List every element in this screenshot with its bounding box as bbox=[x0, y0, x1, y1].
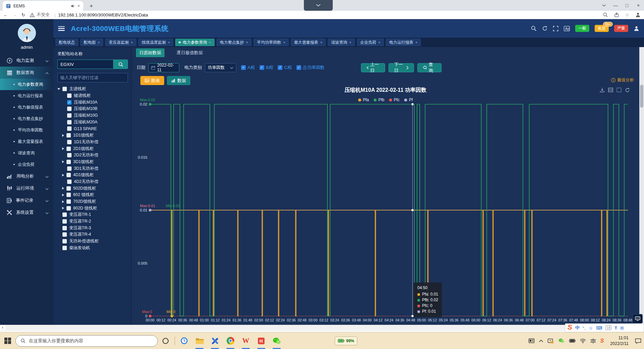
taskbar-clock[interactable]: 11:01 2022/2/11 bbox=[610, 335, 629, 346]
sidebar-item-事件记录[interactable]: 事件记录 bbox=[0, 194, 53, 206]
tab-close-icon[interactable]: × bbox=[246, 40, 248, 44]
news-icon[interactable] bbox=[528, 338, 535, 343]
avatar[interactable] bbox=[18, 24, 36, 42]
browser-menu-chevron[interactable] bbox=[598, 0, 610, 11]
vertical-scrollbar[interactable] bbox=[639, 47, 644, 325]
sidebar-item-系统设置[interactable]: 系统设置 bbox=[0, 206, 53, 219]
sidebar-item-电力监测[interactable]: 电力监测 bbox=[0, 54, 53, 67]
tab-dropdown-button[interactable] bbox=[304, 0, 333, 11]
sidebar-item-用电分析[interactable]: 用电分析 bbox=[0, 170, 53, 182]
tree-checkbox[interactable] bbox=[67, 113, 72, 118]
tree-checkbox[interactable] bbox=[66, 199, 71, 204]
expand-right-icon[interactable] bbox=[62, 194, 64, 196]
tree-checkbox[interactable] bbox=[66, 206, 71, 210]
tree-checkbox[interactable] bbox=[62, 232, 67, 237]
tree-node-2D2无功补偿[interactable]: 2D2无功补偿 bbox=[57, 152, 128, 159]
workspace-tab[interactable]: 平均功率因数× bbox=[254, 39, 288, 46]
tree-checkbox[interactable] bbox=[67, 126, 72, 131]
expand-right-icon[interactable] bbox=[62, 187, 64, 190]
tree-node-3D1馈线柜[interactable]: 3D1馈线柜 bbox=[57, 159, 128, 165]
horizontal-scrollbar[interactable]: ‹ bbox=[0, 325, 644, 330]
tree-node-变压器TR-4[interactable]: 变压器TR-4 bbox=[57, 231, 128, 238]
profile-icon[interactable] bbox=[635, 12, 641, 17]
tree-node-802D 馈线柜[interactable]: 802D 馈线柜 bbox=[57, 205, 128, 211]
new-tab-button[interactable]: + bbox=[88, 3, 95, 9]
tree-node-4D1馈线柜[interactable]: 4D1馈线柜 bbox=[57, 172, 128, 179]
taskbar-app-red-app[interactable]: H bbox=[254, 333, 269, 349]
workspace-tab[interactable]: 变压器监测× bbox=[105, 39, 136, 46]
window-minimize-button[interactable]: — bbox=[610, 0, 621, 11]
window-close-button[interactable]: × bbox=[633, 0, 644, 11]
taskbar-app-cortana-circle[interactable] bbox=[158, 333, 173, 349]
sidebar-subitem-谐波查询[interactable]: 谐波查询 bbox=[0, 147, 53, 159]
tree-node-3D1无功补偿[interactable]: 3D1无功补偿 bbox=[57, 165, 128, 172]
workspace-tab[interactable]: 企业负荷× bbox=[357, 39, 384, 46]
workspace-tab[interactable]: 线缆温度监测× bbox=[138, 39, 173, 46]
notification-icon[interactable] bbox=[635, 338, 641, 344]
ime-mode-icon[interactable]: 中 bbox=[590, 338, 596, 344]
tree-node-702D馈线柜[interactable]: 702D馈线柜 bbox=[57, 198, 128, 205]
tree-node-柴油发动机[interactable]: 柴油发动机 bbox=[57, 245, 128, 251]
url-text[interactable]: 192.168.1.100:8090/3000WEBV2/ElectricDat… bbox=[58, 12, 148, 17]
tree-checkbox[interactable] bbox=[67, 140, 72, 144]
taskbar-app-clock-app[interactable] bbox=[176, 333, 192, 349]
tree-node-1D1无功补偿[interactable]: 1D1无功补偿 bbox=[57, 139, 128, 146]
sidebar-item-数据查询[interactable]: 数据查询 bbox=[0, 67, 53, 79]
sidebar-subitem-电力整点集抄[interactable]: 电力整点集抄 bbox=[0, 113, 53, 124]
tree-node-无功补偿进线柜[interactable]: 无功补偿进线柜 bbox=[57, 238, 128, 245]
sogou-ime-bar[interactable]: S 中 °, ☺ ⌨ 18 T ⊞ bbox=[565, 323, 644, 332]
sidebar-subitem-电力参数查询[interactable]: 电力参数查询 bbox=[0, 79, 53, 90]
ime-profile-icon[interactable]: 18 bbox=[605, 325, 611, 330]
alarm-level-severe-button[interactable]: 严重 bbox=[614, 25, 628, 32]
taskbar-search[interactable]: 在这里输入你要搜索的内容 bbox=[15, 335, 158, 347]
tree-checkbox[interactable] bbox=[66, 193, 71, 197]
workspace-tab[interactable]: 电力运行报表× bbox=[386, 39, 421, 46]
workspace-tab[interactable]: 配电图× bbox=[80, 39, 103, 46]
sogou-tray-icon[interactable]: S bbox=[600, 338, 604, 344]
translate-icon[interactable]: A文 bbox=[564, 26, 570, 31]
reload-button[interactable]: ↻ bbox=[21, 12, 25, 17]
alarm-level-urgent-button[interactable]: 紧急99+ bbox=[595, 25, 609, 32]
tree-checkbox[interactable] bbox=[62, 239, 67, 243]
tree-checkbox[interactable] bbox=[67, 166, 72, 171]
share-icon[interactable] bbox=[614, 12, 619, 17]
tree-node-压缩机M10A[interactable]: ✓压缩机M10A bbox=[57, 99, 128, 106]
bookmark-star-icon[interactable]: ☆ bbox=[625, 12, 629, 17]
sidebar-subitem-电力极值报表[interactable]: 电力极值报表 bbox=[0, 102, 53, 113]
sogou-logo[interactable]: S bbox=[567, 323, 572, 331]
sidebar-item-运行环境[interactable]: 运行环境 bbox=[0, 182, 53, 194]
tab-close-icon[interactable]: × bbox=[320, 40, 322, 44]
tree-checkbox[interactable] bbox=[62, 246, 67, 250]
tree-node-602 馈线柜[interactable]: 602 馈线柜 bbox=[57, 192, 128, 198]
tree-node-压缩机M10B[interactable]: 压缩机M10B bbox=[57, 106, 128, 112]
tree-node-主进线柜[interactable]: 主进线柜 bbox=[57, 86, 128, 92]
scroll-left-arrow[interactable]: ‹ bbox=[0, 325, 5, 331]
tree-node-502D馈线柜[interactable]: 502D馈线柜 bbox=[57, 185, 128, 192]
ime-toolbox-icon[interactable]: ⊞ bbox=[620, 325, 624, 331]
expand-right-icon[interactable] bbox=[62, 134, 64, 137]
header-search-icon[interactable] bbox=[531, 26, 537, 31]
ime-emoji-icon[interactable]: ☺ bbox=[589, 325, 593, 331]
tree-node-2D1馈线柜[interactable]: 2D1馈线柜 bbox=[57, 145, 128, 152]
station-search-input[interactable]: EGXIV bbox=[57, 60, 113, 69]
browser-tab[interactable]: EEMS × bbox=[3, 1, 83, 11]
tree-node-压缩机M20A[interactable]: 压缩机M20A bbox=[57, 119, 128, 125]
vertical-scrollbar-thumb[interactable] bbox=[640, 85, 643, 108]
tab-close-icon[interactable]: × bbox=[209, 40, 211, 44]
security-label[interactable]: 不安全 bbox=[37, 12, 50, 18]
tab-audio-icon[interactable] bbox=[71, 4, 75, 8]
chart-canvas[interactable]: 0.020.0150.010.005000:0000:1200:2400:360… bbox=[132, 47, 639, 325]
ime-lang-icon[interactable]: 中 bbox=[575, 325, 580, 331]
tab-close-icon[interactable]: × bbox=[283, 40, 285, 44]
expand-right-icon[interactable] bbox=[62, 207, 64, 209]
tree-checkbox[interactable] bbox=[66, 160, 71, 164]
tree-node-4D2无功补偿[interactable]: 4D2无功补偿 bbox=[57, 179, 128, 185]
sidebar-subitem-最大需量报表[interactable]: 最大需量报表 bbox=[0, 136, 53, 147]
screen-rotate-icon[interactable] bbox=[548, 338, 554, 344]
tree-node-G13 SPARE[interactable]: G13 SPARE bbox=[57, 125, 128, 132]
workspace-tab[interactable]: 电力参数查询× bbox=[175, 39, 214, 46]
zoom-icon[interactable] bbox=[603, 12, 608, 17]
tree-checkbox[interactable] bbox=[66, 133, 71, 138]
tree-node-变压器TR-1[interactable]: 变压器TR-1 bbox=[57, 211, 128, 218]
refresh-icon[interactable] bbox=[542, 26, 548, 31]
